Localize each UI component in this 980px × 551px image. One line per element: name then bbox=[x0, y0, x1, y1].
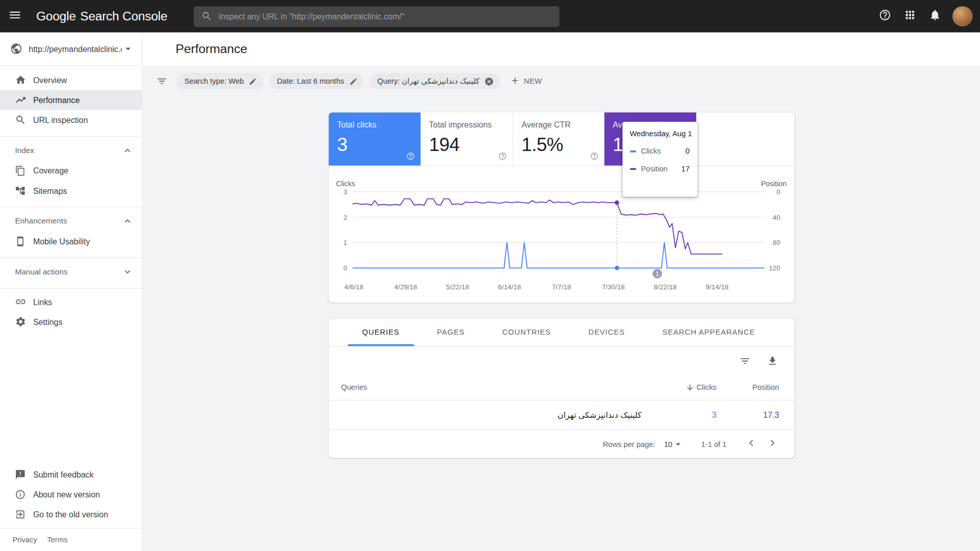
filter-chip-date[interactable]: Date: Last 6 months bbox=[270, 73, 363, 89]
sidebar-item-about-new-version[interactable]: About new version bbox=[0, 484, 142, 504]
tooltip-row-clicks: Clicks 0 bbox=[630, 147, 690, 156]
column-header-position[interactable]: Position bbox=[717, 383, 779, 392]
chart-row: 3210 1 04080120 bbox=[336, 192, 787, 268]
menu-button[interactable] bbox=[0, 0, 30, 33]
chart-plot[interactable]: 1 bbox=[352, 192, 764, 268]
sidebar-item-label: Performance bbox=[33, 95, 80, 105]
sidebar-section-index: Index Coverage Sitemaps bbox=[0, 136, 142, 201]
help-icon[interactable] bbox=[406, 152, 414, 161]
sidebar-item-performance[interactable]: Performance bbox=[0, 90, 142, 110]
plus-icon bbox=[510, 76, 520, 87]
sidebar-section-enhancements: Enhancements Mobile Usability bbox=[0, 207, 142, 251]
rows-per-page-value: 10 bbox=[664, 439, 672, 448]
sidebar-item-sitemaps[interactable]: Sitemaps bbox=[0, 181, 142, 201]
filter-chip-query[interactable]: Query: کلینیک دندانپزشکی تهران bbox=[370, 73, 500, 89]
clicks-cell: 3 bbox=[642, 410, 717, 419]
app-logo[interactable]: Google Search Console bbox=[36, 9, 167, 23]
dimension-tabs: QUERIES PAGES COUNTRIES DEVICES SEARCH A… bbox=[328, 318, 794, 346]
performance-chart-svg[interactable]: 1 bbox=[352, 192, 764, 279]
tab-countries[interactable]: COUNTRIES bbox=[487, 318, 566, 346]
column-header-clicks[interactable]: Clicks bbox=[642, 383, 717, 392]
tab-pages[interactable]: PAGES bbox=[422, 318, 480, 346]
edit-pencil-icon[interactable] bbox=[249, 77, 257, 85]
google-apps-button[interactable] bbox=[897, 4, 922, 29]
sidebar-item-submit-feedback[interactable]: Submit feedback bbox=[0, 464, 142, 484]
sidebar-section-tools: Links Settings bbox=[0, 288, 142, 332]
content-area: Search type: Web Date: Last 6 months Que… bbox=[142, 66, 980, 551]
table-row[interactable]: کلینیک دندانپزشکی تهران 3 17.3 bbox=[328, 400, 794, 430]
x-axis-tick: 4/29/18 bbox=[394, 283, 417, 291]
exit-icon bbox=[15, 509, 26, 519]
legal-links: Privacy Terms bbox=[0, 528, 142, 551]
right-axis-tick: 120 bbox=[769, 264, 780, 272]
table-header: Queries Clicks Position bbox=[328, 375, 794, 400]
rows-per-page-select[interactable]: 10 bbox=[664, 438, 683, 449]
tab-devices[interactable]: DEVICES bbox=[573, 318, 640, 346]
left-axis-title: Clicks bbox=[336, 180, 355, 188]
column-header-queries[interactable]: Queries bbox=[341, 383, 642, 392]
sidebar-item-mobile-usability[interactable]: Mobile Usability bbox=[0, 231, 142, 251]
remove-filter-icon[interactable] bbox=[484, 77, 494, 86]
privacy-link[interactable]: Privacy bbox=[12, 535, 37, 544]
new-filter-label: NEW bbox=[524, 77, 542, 86]
url-inspection-searchbox[interactable] bbox=[193, 6, 559, 27]
section-header-enhancements[interactable]: Enhancements bbox=[0, 211, 142, 231]
property-globe-icon bbox=[10, 42, 22, 55]
property-selector[interactable]: http://peymandentalclinic.co... bbox=[0, 33, 142, 66]
table-filter-icon[interactable] bbox=[739, 355, 750, 366]
notifications-button[interactable] bbox=[922, 4, 947, 29]
metric-card-total-clicks[interactable]: Total clicks 3 bbox=[328, 112, 420, 165]
section-header-index[interactable]: Index bbox=[0, 140, 142, 160]
tab-queries[interactable]: QUERIES bbox=[347, 318, 414, 346]
metric-label: Total clicks bbox=[337, 120, 412, 129]
left-axis-tick: 3 bbox=[344, 188, 348, 196]
metric-label: Average CTR bbox=[522, 120, 595, 129]
metric-card-total-impressions[interactable]: Total impressions 194 bbox=[420, 112, 512, 165]
sidebar-footer: Submit feedback About new version Go to … bbox=[0, 464, 142, 551]
tab-label: PAGES bbox=[437, 328, 464, 337]
svg-text:1: 1 bbox=[655, 270, 659, 278]
left-axis-tick: 2 bbox=[344, 213, 348, 221]
tab-label: QUERIES bbox=[362, 328, 400, 337]
sidebar-item-overview[interactable]: Overview bbox=[0, 70, 142, 90]
chip-label: Date: Last 6 months bbox=[277, 77, 344, 86]
query-cell[interactable]: کلینیک دندانپزشکی تهران bbox=[341, 410, 642, 419]
section-label: Manual actions bbox=[15, 267, 67, 276]
sidebar-item-links[interactable]: Links bbox=[0, 292, 142, 312]
new-filter-button[interactable]: NEW bbox=[510, 76, 542, 87]
metric-card-average-ctr[interactable]: Average CTR 1.5% bbox=[512, 112, 604, 165]
sidebar-item-coverage[interactable]: Coverage bbox=[0, 161, 142, 181]
apps-grid-icon bbox=[904, 9, 916, 23]
left-axis-tick: 0 bbox=[344, 264, 348, 272]
tooltip-value: 17 bbox=[681, 164, 690, 173]
chevron-up-icon bbox=[122, 215, 133, 227]
sidebar-item-label: URL inspection bbox=[33, 115, 88, 124]
next-page-button[interactable] bbox=[762, 433, 783, 455]
sidebar-item-url-inspection[interactable]: URL inspection bbox=[0, 110, 142, 130]
x-axis-tick: 5/22/18 bbox=[446, 283, 469, 291]
edit-pencil-icon[interactable] bbox=[349, 77, 357, 85]
tab-search-appearance[interactable]: SEARCH APPEARANCE bbox=[647, 318, 770, 346]
sidebar-item-settings[interactable]: Settings bbox=[0, 312, 142, 332]
help-button[interactable] bbox=[872, 4, 897, 29]
performance-chart-panel: Total clicks 3 Total impressions 194 Ave… bbox=[328, 112, 794, 302]
url-inspect-input[interactable] bbox=[218, 12, 552, 21]
chart-block: Clicks Position 3210 1 04080120 4/6/184/… bbox=[328, 166, 794, 303]
help-icon bbox=[879, 9, 891, 23]
chart-axis-titles: Clicks Position bbox=[336, 180, 787, 188]
download-icon[interactable] bbox=[767, 355, 778, 366]
terms-link[interactable]: Terms bbox=[47, 535, 67, 544]
avatar[interactable] bbox=[952, 6, 972, 26]
sidebar-item-label: Sitemaps bbox=[33, 186, 67, 195]
x-axis-tick: 8/22/18 bbox=[654, 283, 677, 291]
previous-page-button[interactable] bbox=[740, 433, 762, 455]
section-header-manual-actions[interactable]: Manual actions bbox=[0, 261, 142, 282]
filter-icon[interactable] bbox=[156, 76, 167, 87]
section-label: Enhancements bbox=[15, 216, 67, 225]
metric-label: Total impressions bbox=[429, 120, 504, 129]
filter-chip-search-type[interactable]: Search type: Web bbox=[177, 73, 263, 89]
sidebar-item-old-version[interactable]: Go to the old version bbox=[0, 504, 142, 524]
help-icon[interactable] bbox=[590, 152, 598, 161]
sidebar-item-label: Settings bbox=[33, 317, 63, 326]
help-icon[interactable] bbox=[498, 152, 506, 161]
